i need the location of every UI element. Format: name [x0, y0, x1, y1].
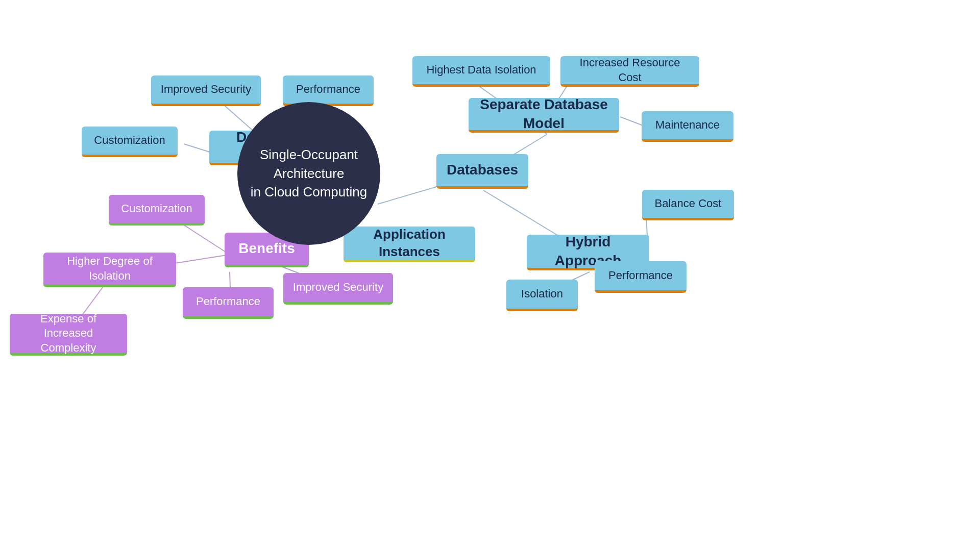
databases-node: Databases — [436, 154, 528, 189]
center-node: Single-Occupant Architecture in Cloud Co… — [237, 102, 380, 245]
performance-right-node: Performance — [595, 261, 687, 293]
maintenance-node: Maintenance — [642, 111, 733, 142]
higher-degree-node: Higher Degree of Isolation — [43, 253, 176, 287]
expense-node: Expense of Increased Complexity — [10, 314, 127, 356]
separate-database-node: Separate Database Model — [469, 98, 619, 133]
improved-security-bottom-node: Improved Security — [283, 273, 393, 305]
balance-cost-node: Balance Cost — [642, 190, 734, 220]
performance-purple-node: Performance — [183, 287, 274, 319]
increased-resource-cost-node: Increased Resource Cost — [560, 56, 699, 87]
performance-top-node: Performance — [283, 76, 374, 106]
customization-purple-node: Customization — [109, 195, 205, 226]
improved-security-top-node: Improved Security — [151, 76, 261, 106]
isolation-node: Isolation — [506, 280, 578, 311]
highest-data-isolation-node: Highest Data Isolation — [412, 56, 550, 87]
application-instances-node: Application Instances — [344, 227, 475, 262]
customization-left-node: Customization — [82, 127, 178, 157]
